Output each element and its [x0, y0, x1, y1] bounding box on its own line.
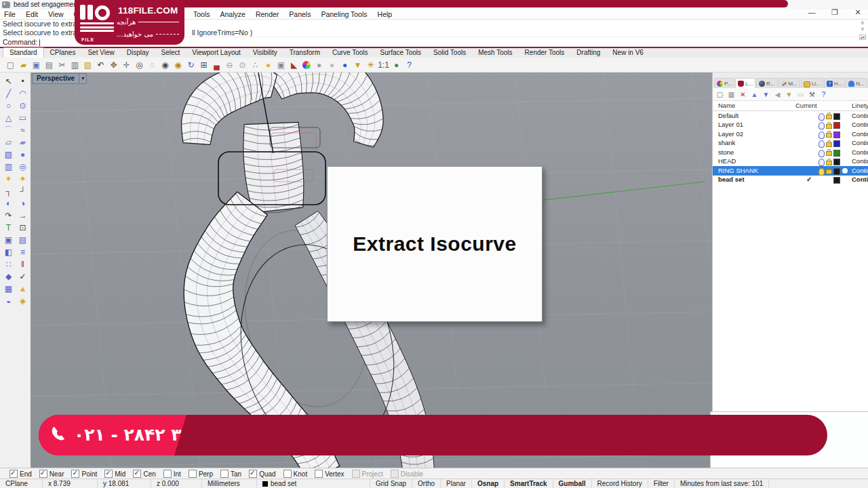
status-z-0-000[interactable]: z 0.000 [151, 479, 202, 488]
layer-linetype[interactable]: Contin [852, 139, 868, 146]
undo-icon[interactable]: ↶ [94, 59, 107, 71]
menu-item-edit[interactable]: Edit [26, 10, 38, 18]
scroll-down-icon[interactable]: ∨ [861, 26, 865, 32]
osnap-perp[interactable]: Perp [189, 470, 213, 478]
arc-icon[interactable]: ⌒ [1, 124, 16, 136]
checkbox-int[interactable] [163, 470, 172, 478]
checkbox-knot[interactable] [283, 470, 292, 478]
tab-display[interactable]: Display [121, 48, 155, 58]
scroll-up-icon[interactable]: ∧ [861, 20, 865, 26]
check-icon[interactable]: ✓ [16, 270, 30, 283]
shade-sphere-2-icon[interactable]: ● [326, 59, 338, 71]
surface-points-icon[interactable]: ▰ [16, 136, 30, 148]
zoom-selected-icon[interactable]: ◉ [172, 59, 184, 71]
osnap-int[interactable]: Int [163, 470, 181, 478]
block-icon[interactable]: ▣ [1, 234, 16, 246]
layer-linetype[interactable]: Contin [852, 157, 868, 165]
checkbox-perp[interactable] [189, 470, 197, 478]
layer-lock-icon[interactable] [826, 169, 832, 174]
layer-visibility-bulb-icon[interactable] [818, 150, 825, 157]
tab-new-in-v6[interactable]: New in V6 [606, 48, 650, 58]
panel-tab-layers[interactable]: L... [735, 78, 755, 88]
new-layer-icon[interactable]: ▢ [715, 91, 724, 98]
text-icon[interactable]: T [1, 222, 16, 234]
surface-icon[interactable]: ▱ [1, 136, 16, 148]
polygon-icon[interactable]: △ [1, 112, 16, 124]
tab-solid-tools[interactable]: Solid Tools [427, 48, 472, 58]
layer-lock-icon[interactable] [826, 124, 832, 129]
osnap-knot[interactable]: Knot [283, 470, 308, 478]
checkbox-tan[interactable] [220, 470, 229, 478]
checkbox-near[interactable] [39, 470, 47, 478]
selection-filter-icon[interactable]: ▼ [351, 59, 364, 71]
layer-row-ring-shank[interactable]: RING SHANKContin [713, 166, 868, 176]
layer-color-swatch[interactable] [833, 168, 840, 175]
earth-icon[interactable]: ● [390, 59, 403, 71]
delete-layer-icon[interactable]: ✕ [738, 91, 747, 98]
status-gumball[interactable]: Gumball [553, 479, 592, 488]
status-smarttrack[interactable]: SmartTrack [505, 479, 553, 488]
menu-item-panels[interactable]: Panels [289, 10, 311, 18]
layer-lock-icon[interactable] [826, 142, 832, 147]
point-icon[interactable]: • [16, 75, 30, 87]
move-up-icon[interactable]: ▲ [750, 91, 759, 98]
fillet-icon[interactable]: ┐ [1, 185, 16, 197]
new-file-icon[interactable]: ▢ [4, 59, 17, 71]
osnap-end[interactable]: End [9, 470, 32, 478]
layer-linetype[interactable]: Contin [852, 148, 868, 156]
menu-item-paneling-tools[interactable]: Paneling Tools [321, 10, 367, 18]
osnap-near[interactable]: Near [39, 470, 64, 478]
tab-viewport-layout[interactable]: Viewport Layout [186, 48, 247, 58]
layer-row-stone[interactable]: stoneContin [713, 148, 868, 157]
osnap-project[interactable]: Project [352, 470, 383, 478]
render-sphere-icon[interactable]: ● [338, 59, 351, 71]
layer-visibility-bulb-icon[interactable] [818, 159, 825, 166]
shade-sphere-1-icon[interactable]: ● [313, 59, 326, 71]
status-millimeters[interactable]: Millimeters [202, 479, 257, 488]
close-button[interactable]: ✕ [852, 8, 864, 17]
sphere-icon[interactable]: ● [16, 148, 30, 161]
scale-1-1-icon[interactable]: 1:1 [377, 59, 390, 71]
checkbox-vertex[interactable] [315, 470, 323, 478]
panel-tab-notifications[interactable]: N... [846, 78, 867, 88]
layer-row-head[interactable]: HEADContin [713, 157, 868, 167]
pan-icon[interactable]: ✥ [107, 59, 120, 71]
control-curve-icon[interactable]: ◠ [16, 87, 30, 100]
gem-icon[interactable]: ◈ [16, 295, 30, 307]
checkbox-disable[interactable] [391, 470, 399, 478]
panel-tab-help[interactable]: ?H... [824, 78, 845, 88]
tab-select[interactable]: Select [155, 48, 186, 58]
show-points-icon[interactable]: ∴ [249, 59, 262, 71]
polyline-icon[interactable]: ╱ [1, 87, 16, 100]
menu-item-view[interactable]: View [48, 10, 64, 18]
help-icon[interactable]: ? [403, 59, 416, 71]
tab-render-tools[interactable]: Render Tools [519, 48, 571, 58]
menu-item-tools[interactable]: Tools [193, 10, 210, 18]
layer-lock-icon[interactable] [826, 115, 832, 119]
layer-row-default[interactable]: DefaultContin [713, 111, 868, 121]
four-viewports-icon[interactable]: ⊞ [197, 59, 210, 71]
layer-visibility-bulb-icon[interactable] [818, 131, 825, 139]
layer-row-layer-01[interactable]: Layer 01Contin [713, 121, 868, 130]
status-y-18-081[interactable]: y 18.081 [98, 479, 151, 488]
layer-visibility-bulb-icon[interactable] [818, 168, 825, 176]
paste-icon[interactable]: ▧ [81, 59, 94, 71]
layer-lock-icon[interactable] [826, 161, 832, 165]
copy-layer-icon[interactable]: ▥ [727, 91, 736, 98]
layer-color-swatch[interactable] [833, 159, 840, 165]
tab-drafting[interactable]: Drafting [570, 48, 606, 58]
poly-tools-icon[interactable]: ◆ [1, 270, 16, 283]
circle-icon[interactable]: ○ [1, 100, 16, 112]
array-vertical-icon[interactable]: ‖ [16, 258, 30, 270]
checkbox-project[interactable] [352, 470, 360, 478]
distribute-icon[interactable]: ▤ [16, 234, 30, 246]
helix-icon[interactable]: ≈ [16, 124, 30, 136]
explode-icon[interactable]: ✶ [1, 173, 16, 185]
checkbox-mid[interactable] [104, 470, 113, 478]
layer-linetype[interactable]: Contin [852, 130, 868, 138]
target-icon[interactable]: ⊙ [236, 59, 249, 71]
layer-visibility-bulb-icon[interactable] [818, 122, 825, 129]
tab-visibility[interactable]: Visibility [247, 48, 283, 58]
pyramid-icon[interactable]: ▲ [16, 283, 30, 295]
layer-row-layer-02[interactable]: Layer 02Contin [713, 129, 868, 139]
